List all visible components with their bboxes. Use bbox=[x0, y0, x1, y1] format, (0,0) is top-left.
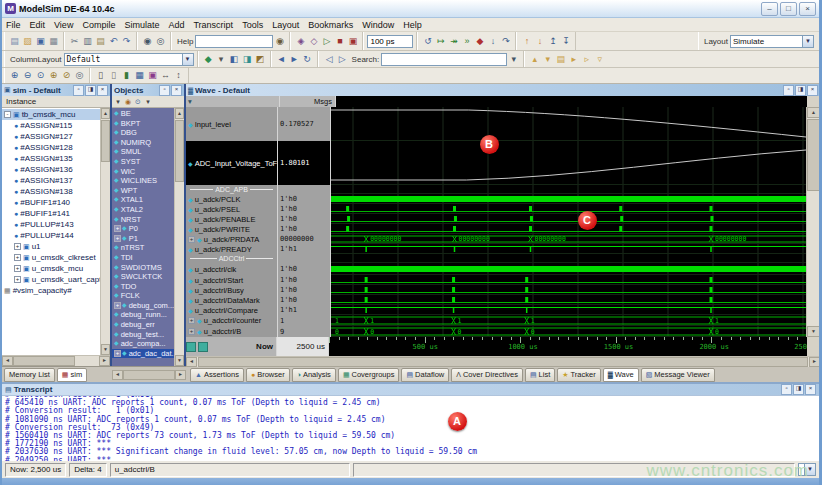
copy-icon[interactable]: ▥ bbox=[81, 35, 94, 48]
collapse-time-icon[interactable]: ↕ bbox=[172, 69, 185, 82]
new-file-icon[interactable]: ▤ bbox=[8, 35, 21, 48]
wave-group-divider-adcctrl[interactable]: ADCCtrl bbox=[186, 254, 277, 263]
scroll-down-icon[interactable]: ▼ bbox=[101, 344, 110, 355]
wave-name-column-header[interactable]: ▾ bbox=[186, 96, 280, 107]
collapse-all-icon[interactable] bbox=[198, 342, 208, 352]
tab-tracker[interactable]: ★Tracker bbox=[557, 368, 600, 382]
help-go-icon[interactable]: ◉ bbox=[273, 35, 286, 48]
wave-group-divider-adc-apb[interactable]: ADC_APB bbox=[186, 185, 277, 194]
object-item-tdo[interactable]: ◆TDO bbox=[112, 282, 174, 292]
object-item-p0[interactable]: +◆P0 bbox=[112, 224, 174, 234]
tree-item--assign-138[interactable]: ●#ASSIGN#138 bbox=[2, 186, 100, 197]
menu-view[interactable]: View bbox=[54, 20, 73, 30]
search-options-icon[interactable]: ▾ bbox=[507, 53, 520, 66]
copy-signal-icon[interactable]: ▯ bbox=[107, 69, 120, 82]
menu-layout[interactable]: Layout bbox=[272, 20, 299, 30]
minimize-button[interactable]: – bbox=[761, 2, 778, 16]
restore-button[interactable]: □ bbox=[780, 2, 797, 16]
reload-icon[interactable]: ↻ bbox=[301, 53, 314, 66]
wave-groups-icon[interactable]: ◩ bbox=[254, 53, 267, 66]
sort-ascending-icon[interactable]: ▴ bbox=[528, 53, 541, 66]
tab-covergroups[interactable]: ▦Covergroups bbox=[338, 368, 400, 382]
menu-simulate[interactable]: Simulate bbox=[124, 20, 159, 30]
tree-item--assign-135[interactable]: ●#ASSIGN#135 bbox=[2, 153, 100, 164]
tab-list[interactable]: ▤List bbox=[525, 368, 555, 382]
cut-icon[interactable]: ✂ bbox=[68, 35, 81, 48]
wave-msgs-column-header[interactable]: Msgs bbox=[280, 96, 336, 107]
sim-panel-float-icon[interactable]: ◨ bbox=[85, 85, 96, 96]
menu-help[interactable]: Help bbox=[403, 20, 422, 30]
apply-filter-icon[interactable]: ▾ bbox=[143, 97, 153, 107]
wave-signal-u-adcctrl-compare[interactable]: ◆u_adcctrl/Compare bbox=[186, 305, 277, 315]
save-icon[interactable]: ▣ bbox=[34, 35, 47, 48]
menu-compile[interactable]: Compile bbox=[82, 20, 115, 30]
tree-item--pullup-143[interactable]: ●#PULLUP#143 bbox=[2, 219, 100, 230]
find-last-edge-icon[interactable]: ↧ bbox=[559, 35, 572, 48]
object-item-debug-com-[interactable]: +◆debug_com... bbox=[112, 301, 174, 311]
menu-file[interactable]: File bbox=[6, 20, 21, 30]
expand-icon[interactable]: + bbox=[14, 254, 21, 261]
wave-colors-icon[interactable]: ◨ bbox=[241, 53, 254, 66]
layout-combo-arrow-icon[interactable]: ▼ bbox=[802, 36, 813, 47]
object-item-numirq[interactable]: ◆NUMIRQ bbox=[112, 138, 174, 148]
scroll-left-icon[interactable]: ◄ bbox=[112, 370, 123, 380]
tab-cover-directives[interactable]: ΛCover Directives bbox=[451, 368, 523, 382]
scroll-up-icon[interactable]: ▲ bbox=[807, 107, 820, 118]
wave-panel-close-icon[interactable]: × bbox=[807, 85, 818, 96]
run-length-input[interactable] bbox=[367, 35, 413, 48]
objects-panel-titlebar[interactable]: Objects ▫ × bbox=[112, 84, 184, 96]
wave-signal-u-adcctrl-busy[interactable]: ◆u_adcctrl/Busy bbox=[186, 285, 277, 295]
wave-format-icon[interactable]: ◧ bbox=[228, 53, 241, 66]
expand-icon[interactable]: + bbox=[14, 265, 21, 272]
wave-signal-input-level[interactable]: ◆Input_level bbox=[186, 107, 277, 141]
expand-icon[interactable]: + bbox=[14, 243, 21, 250]
filter-list-icon[interactable]: ▤ bbox=[554, 53, 567, 66]
wave-signal-u-adcctrl-b[interactable]: +◆u_adcctrl/B bbox=[186, 326, 277, 337]
sim-instance-column-header[interactable]: Instance bbox=[2, 96, 110, 108]
wave-panel-titlebar[interactable]: ▓ Wave - Default ▫ ◨ × bbox=[186, 84, 820, 96]
tree-item-u-cmsdk-mcu[interactable]: +▣u_cmsdk_mcu bbox=[2, 263, 100, 274]
tab-dataflow[interactable]: ▤Dataflow bbox=[401, 368, 449, 382]
expand-all-icon[interactable] bbox=[186, 342, 196, 352]
scroll-right-icon[interactable]: ► bbox=[175, 370, 186, 380]
timeline-scale[interactable]: 500 us1000 us1500 us2000 us250 bbox=[329, 337, 807, 356]
menu-tools[interactable]: Tools bbox=[242, 20, 263, 30]
objects-panel-dock-icon[interactable]: ▫ bbox=[159, 85, 170, 96]
layout-combo[interactable]: Simulate ▼ bbox=[730, 35, 814, 48]
wave-vertical-scrollbar[interactable]: ▲ ▼ bbox=[806, 107, 820, 337]
expand-icon[interactable]: + bbox=[14, 276, 21, 283]
continue-run-icon[interactable]: ↠ bbox=[447, 35, 460, 48]
object-item-ntrst[interactable]: ◆nTRST bbox=[112, 243, 174, 253]
object-item-smul[interactable]: ◆SMUL bbox=[112, 147, 174, 157]
run-icon[interactable]: ↦ bbox=[434, 35, 447, 48]
tab-wave[interactable]: ▓Wave bbox=[603, 368, 639, 382]
simulate-icon[interactable]: ▷ bbox=[320, 35, 333, 48]
back-icon[interactable]: ◄ bbox=[275, 53, 288, 66]
wave-signal-adc-input-voltage-tof[interactable]: ◆ADC_Input_Voltage_ToF bbox=[186, 141, 277, 185]
find-previous-transition-icon[interactable]: ↑ bbox=[520, 35, 533, 48]
object-item-xtal2[interactable]: ◆XTAL2 bbox=[112, 205, 174, 215]
wave-signal-u-adcctrl-start[interactable]: ◆u_adcctrl/Start bbox=[186, 275, 277, 285]
object-item-fclk[interactable]: ◆FCLK bbox=[112, 291, 174, 301]
break-icon[interactable]: ■ bbox=[333, 35, 346, 48]
tree-item--bufif1-141[interactable]: ●#BUFIF1#141 bbox=[2, 208, 100, 219]
insert-breakpoint-icon[interactable]: ▣ bbox=[146, 69, 159, 82]
bookmark-add-icon[interactable]: ▹ bbox=[580, 53, 593, 66]
scroll-down-icon[interactable]: ▼ bbox=[175, 355, 184, 366]
wave-signal-u-adck-prdata[interactable]: +◆u_adck/PRDATA bbox=[186, 234, 277, 244]
find-in-files-icon[interactable]: ◎ bbox=[154, 35, 167, 48]
tree-item--pullup-144[interactable]: ●#PULLUP#144 bbox=[2, 230, 100, 241]
object-item-be[interactable]: ◆BE bbox=[112, 109, 174, 119]
wave-panel-dock-icon[interactable]: ▫ bbox=[783, 85, 794, 96]
wave-signal-u-adck-pwrite[interactable]: ◆u_adck/PWRITE bbox=[186, 224, 277, 234]
tree-item--assign-127[interactable]: ●#ASSIGN#127 bbox=[2, 131, 100, 142]
tree-item--assign-128[interactable]: ●#ASSIGN#128 bbox=[2, 142, 100, 153]
menu-edit[interactable]: Edit bbox=[30, 20, 46, 30]
transcript-close-icon[interactable]: × bbox=[805, 384, 816, 395]
menu-transcript[interactable]: Transcript bbox=[193, 20, 233, 30]
sim-panel-dock-icon[interactable]: ▫ bbox=[73, 85, 84, 96]
search-reverse-icon[interactable]: ◁ bbox=[323, 53, 336, 66]
tab-message-viewer[interactable]: ▧Message Viewer bbox=[641, 368, 715, 382]
object-item-nrst[interactable]: ◆NRST bbox=[112, 215, 174, 225]
zoom-cursor-icon[interactable]: ⊕ bbox=[47, 69, 60, 82]
